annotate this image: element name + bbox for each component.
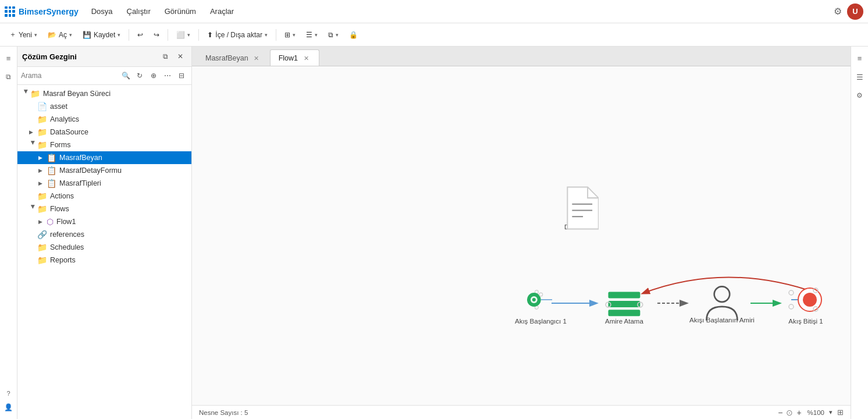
more-options-icon[interactable]: ⋯ — [161, 69, 174, 82]
forms-label: Forms — [50, 141, 70, 149]
undo-button[interactable]: ↩ — [133, 29, 148, 41]
masrafbeyan-icon: 📋 — [47, 153, 56, 162]
ice-disa-button[interactable]: ⬆ İçe / Dışa aktar ▾ — [202, 29, 272, 41]
svg-point-7 — [535, 306, 539, 309]
tree-item-forms[interactable]: ▶ 📁 Forms — [17, 139, 191, 151]
tree-item-masrafbeyan[interactable]: ▶ 📋 MasrafBeyan — [17, 151, 191, 164]
zoom-in-button[interactable]: + — [796, 408, 801, 417]
tree-item-actions[interactable]: 📁 Actions — [17, 190, 191, 203]
app-logo[interactable]: BimserSynergy — [5, 6, 79, 17]
svg-point-6 — [535, 290, 539, 294]
layers-button[interactable]: ⧉ ▾ — [323, 29, 343, 41]
tree-item-flow1[interactable]: ▶ ⬡ Flow1 — [17, 215, 191, 228]
reports-label: Reports — [50, 256, 76, 264]
menu-calistir[interactable]: Çalıştır — [121, 5, 156, 18]
doc-node[interactable]: Doküman 1 — [564, 186, 599, 230]
flow-node-amire-atama[interactable]: Amire Atama — [605, 285, 643, 325]
tree-item-schedules[interactable]: 📁 Schedules — [17, 241, 191, 254]
menu-araclar[interactable]: Araçlar — [204, 5, 240, 18]
zoom-controls: − ⊙ + %100 ▾ — [778, 408, 833, 417]
svg-point-9 — [531, 296, 538, 303]
tree-item-flows[interactable]: ▶ 📁 Flows — [17, 203, 191, 215]
ac-chevron: ▾ — [69, 32, 72, 38]
refresh-icon[interactable]: ↻ — [133, 69, 146, 82]
tab-masrafbeyan-close[interactable]: ✕ — [252, 54, 261, 63]
tree-item-analytics[interactable]: 📁 Analytics — [17, 113, 191, 126]
svg-point-20 — [789, 304, 794, 309]
tree-item-masrafdetayformu[interactable]: ▶ 📋 MasrafDetayFormu — [17, 164, 191, 177]
copy-button[interactable]: ⬜ ▾ — [172, 29, 195, 41]
redo-button[interactable]: ↪ — [149, 29, 164, 41]
lock-button[interactable]: 🔒 — [344, 29, 362, 41]
zoom-level: %100 — [807, 409, 824, 416]
menu-dosya[interactable]: Dosya — [86, 5, 119, 18]
root-folder-icon: 📁 — [30, 89, 40, 98]
search-bar: 🔍 ↻ ⊕ ⋯ ⊟ — [17, 67, 191, 85]
divider-2 — [168, 29, 168, 41]
search-magnifier-icon[interactable]: 🔍 — [119, 69, 132, 82]
list-view-icon: ☰ — [306, 31, 312, 39]
svg-point-12 — [539, 293, 543, 296]
tab-flow1-close[interactable]: ✕ — [301, 54, 311, 63]
tab-masrafbeyan[interactable]: MasrafBeyan ✕ — [197, 49, 270, 66]
right-icon-1[interactable]: ≡ — [853, 51, 867, 65]
list-view-button[interactable]: ☰ ▾ — [301, 29, 322, 41]
panel-close-icon[interactable]: ✕ — [174, 50, 187, 63]
fit-view-button[interactable]: ⊞ — [837, 408, 844, 417]
right-icon-3[interactable]: ⚙ — [853, 88, 867, 102]
kaydet-button[interactable]: 💾 Kaydet ▾ — [78, 29, 125, 41]
masrafdetay-chevron: ▶ — [38, 168, 47, 173]
masrafdetay-label: MasrafDetayFormu — [59, 166, 122, 175]
zoom-dropdown[interactable]: ▾ — [829, 409, 833, 416]
right-icon-2[interactable]: ☰ — [853, 70, 867, 84]
yeni-button[interactable]: ＋ Yeni ▾ — [5, 27, 42, 42]
tree-item-datasource[interactable]: ▶ 📁 DataSource — [17, 126, 191, 139]
user-avatar[interactable]: U — [847, 3, 863, 20]
grid-view-button[interactable]: ⊞ ▾ — [280, 29, 300, 41]
analytics-icon: 📁 — [37, 115, 47, 124]
search-input[interactable] — [21, 72, 117, 80]
flow-node-end[interactable]: Akış Bitişi 1 — [785, 285, 826, 325]
sidebar-layers-icon[interactable]: ⧉ — [2, 70, 16, 84]
zoom-out-button[interactable]: − — [778, 408, 782, 417]
tree-item-reports[interactable]: 📁 Reports — [17, 254, 191, 267]
tree-root[interactable]: ▶ 📁 Masraf Beyan Süreci — [17, 87, 191, 100]
tree-item-masraftipleri[interactable]: ▶ 📋 MasrafTipleri — [17, 177, 191, 190]
sidebar-bottom-icon-1[interactable]: ? — [2, 386, 16, 400]
yeni-chevron: ▾ — [34, 32, 37, 38]
amire-atama-label: Amire Atama — [605, 318, 643, 325]
copy-icon: ⬜ — [176, 31, 185, 39]
tree-item-references[interactable]: 🔗 references — [17, 228, 191, 241]
panel-header: Çözüm Gezgini ⧉ ✕ — [17, 47, 191, 67]
kaydet-icon: 💾 — [83, 31, 91, 39]
yeni-icon: ＋ — [9, 30, 16, 40]
ac-button[interactable]: 📂 Aç ▾ — [43, 29, 77, 41]
list-view-chevron: ▾ — [315, 32, 318, 38]
flow-node-akis-amiri[interactable]: Akışı Başlatanın Amiri — [689, 283, 755, 324]
start-label: Akış Başlangıcı 1 — [515, 318, 567, 325]
app-name: BimserSynergy — [19, 7, 79, 16]
divider-3 — [198, 29, 199, 41]
add-item-icon[interactable]: ⊕ — [147, 69, 160, 82]
tab-bar: MasrafBeyan ✕ Flow1 ✕ — [192, 47, 851, 66]
tab-flow1[interactable]: Flow1 ✕ — [270, 49, 319, 66]
main-area: ≡ ⧉ ? 👤 Çözüm Gezgini ⧉ ✕ 🔍 ↻ ⊕ ⋯ ⊟ — [0, 47, 868, 419]
panel-expand-icon[interactable]: ⧉ — [159, 50, 172, 63]
divider-4 — [276, 29, 276, 41]
layers-icon: ⧉ — [328, 31, 333, 39]
sidebar-bottom-icon-2[interactable]: 👤 — [2, 400, 16, 414]
menu-gorunum[interactable]: Görünüm — [159, 5, 202, 18]
sidebar-menu-icon[interactable]: ≡ — [2, 51, 16, 65]
root-chevron: ▶ — [23, 90, 29, 98]
search-icons: 🔍 ↻ ⊕ ⋯ ⊟ — [119, 69, 188, 82]
canvas[interactable]: Doküman 1 — [192, 66, 851, 405]
tree-item-asset[interactable]: 📄 asset — [17, 100, 191, 113]
left-sidebar-icons: ≡ ⧉ ? 👤 — [0, 47, 17, 419]
right-sidebar-icons: ≡ ☰ ⚙ — [851, 47, 868, 419]
ice-disa-chevron: ▾ — [265, 32, 268, 38]
panel-pin-icon[interactable]: ⊟ — [175, 69, 188, 82]
settings-icon[interactable]: ⚙ — [831, 5, 845, 19]
flow-node-start[interactable]: Akış Başlangıcı 1 — [515, 285, 567, 325]
copy-chevron: ▾ — [187, 32, 190, 38]
tab-flow1-label: Flow1 — [279, 54, 298, 62]
